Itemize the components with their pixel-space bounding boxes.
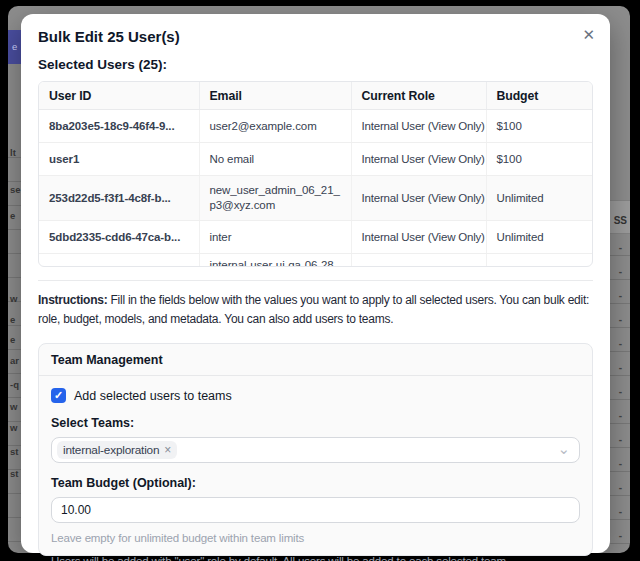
- budget-help-text: Leave empty for unlimited budget within …: [51, 532, 580, 544]
- background-cell-dash: -: [619, 338, 622, 349]
- add-users-to-teams-label: Add selected users to teams: [74, 389, 232, 403]
- role-note-text: Users will be added with "user" role by …: [51, 555, 580, 561]
- background-text-fragment: e: [10, 335, 15, 345]
- background-selected-nav-item: e: [8, 30, 22, 64]
- user-id-cell: [39, 254, 199, 268]
- background-text-fragment: w: [10, 423, 17, 433]
- close-icon[interactable]: ✕: [580, 25, 597, 45]
- background-text-fragment: e: [10, 211, 15, 221]
- background-text-fragment: ar: [10, 356, 19, 366]
- background-cell-dash: -: [619, 410, 622, 421]
- email-cell: new_user_admin_06_21_p3@xyz.com: [199, 176, 351, 221]
- section-divider: [38, 280, 593, 281]
- table-header-row: User ID Email Current Role Budget: [39, 82, 592, 110]
- background-cell-dash: -: [619, 242, 622, 253]
- background-cell-dash: -: [619, 482, 622, 493]
- budget-cell: $100: [486, 143, 592, 176]
- background-text-fragment: se: [10, 185, 21, 195]
- modal-title: Bulk Edit 25 User(s): [38, 28, 593, 45]
- instructions-body: Fill in the fields below with the values…: [38, 293, 589, 326]
- column-header-email: Email: [199, 82, 351, 110]
- user-id-cell: 5dbd2335-cdd6-47ca-b...: [39, 221, 199, 254]
- table-row: internal-user-ui-qa-06-28-: [39, 254, 592, 268]
- background-cell-dash: -: [619, 530, 622, 541]
- chevron-down-icon: ⌄: [557, 439, 570, 459]
- background-cell-dash: -: [619, 506, 622, 517]
- table-row: 5dbd2335-cdd6-47ca-b... inter Internal U…: [39, 221, 592, 254]
- budget-cell: $100: [486, 110, 592, 143]
- background-text-fragment: e: [10, 315, 15, 325]
- background-cell-dash: -: [619, 458, 622, 469]
- role-cell: Internal User (View Only): [351, 143, 486, 176]
- team-budget-input[interactable]: [51, 497, 580, 523]
- background-cell-dash: -: [619, 362, 622, 373]
- select-teams-label: Select Teams:: [51, 416, 580, 430]
- budget-cell: Unlimited: [486, 221, 592, 254]
- instructions-label: Instructions:: [38, 293, 107, 307]
- bulk-edit-modal: Bulk Edit 25 User(s) ✕ Selected Users (2…: [21, 14, 610, 553]
- background-text-fragment: w: [10, 402, 17, 412]
- table-row: 253d22d5-f3f1-4c8f-b... new_user_admin_0…: [39, 176, 592, 221]
- role-cell: Internal User (View Only): [351, 221, 486, 254]
- email-cell: user2@example.com: [199, 110, 351, 143]
- remove-tag-icon[interactable]: ×: [164, 445, 171, 455]
- team-tag: internal-exploration ×: [57, 441, 177, 459]
- role-cell: [351, 254, 486, 268]
- user-id-cell: 8ba203e5-18c9-46f4-9...: [39, 110, 199, 143]
- column-header-user-id: User ID: [39, 82, 199, 110]
- background-text-fragment: w: [10, 294, 17, 304]
- add-users-to-teams-checkbox[interactable]: ✓: [51, 388, 66, 403]
- background-text-fragment: st: [10, 469, 18, 479]
- selected-users-label: Selected Users (25):: [38, 57, 593, 72]
- email-cell: inter: [199, 221, 351, 254]
- team-management-section: Team Management ✓ Add selected users to …: [38, 343, 593, 556]
- background-text-fragment: e: [12, 42, 17, 52]
- email-cell: internal-user-ui-qa-06-28-: [199, 254, 351, 268]
- background-cell-dash: -: [619, 386, 622, 397]
- background-cell-dash: -: [619, 434, 622, 445]
- background-text-fragment: -q: [10, 380, 19, 390]
- email-cell: No email: [199, 143, 351, 176]
- selected-users-table[interactable]: User ID Email Current Role Budget 8ba203…: [38, 81, 593, 267]
- background-cell-dash: -: [619, 314, 622, 325]
- team-budget-label: Team Budget (Optional):: [51, 476, 580, 490]
- role-cell: Internal User (View Only): [351, 110, 486, 143]
- column-header-current-role: Current Role: [351, 82, 486, 110]
- user-id-cell: 253d22d5-f3f1-4c8f-b...: [39, 176, 199, 221]
- background-text-fragment: lt: [10, 148, 16, 158]
- background-cell-dash: -: [619, 266, 622, 277]
- window-frame: e lt se e w e e ar -q w w st st SS - - -…: [0, 0, 640, 561]
- table-row: 8ba203e5-18c9-46f4-9... user2@example.co…: [39, 110, 592, 143]
- checkmark-icon: ✓: [54, 388, 63, 403]
- user-id-cell: user1: [39, 143, 199, 176]
- background-column-header: SS: [614, 215, 627, 226]
- role-cell: Internal User (View Only): [351, 176, 486, 221]
- table-row: user1 No email Internal User (View Only)…: [39, 143, 592, 176]
- budget-cell: [486, 254, 592, 268]
- background-text-fragment: st: [10, 447, 18, 457]
- budget-cell: Unlimited: [486, 176, 592, 221]
- select-teams-input[interactable]: internal-exploration × ⌄: [51, 437, 580, 463]
- background-cell-dash: -: [619, 290, 622, 301]
- column-header-budget: Budget: [486, 82, 592, 110]
- team-tag-label: internal-exploration: [63, 443, 159, 457]
- instructions-text: Instructions: Fill in the fields below w…: [38, 291, 593, 329]
- team-management-title: Team Management: [39, 344, 592, 376]
